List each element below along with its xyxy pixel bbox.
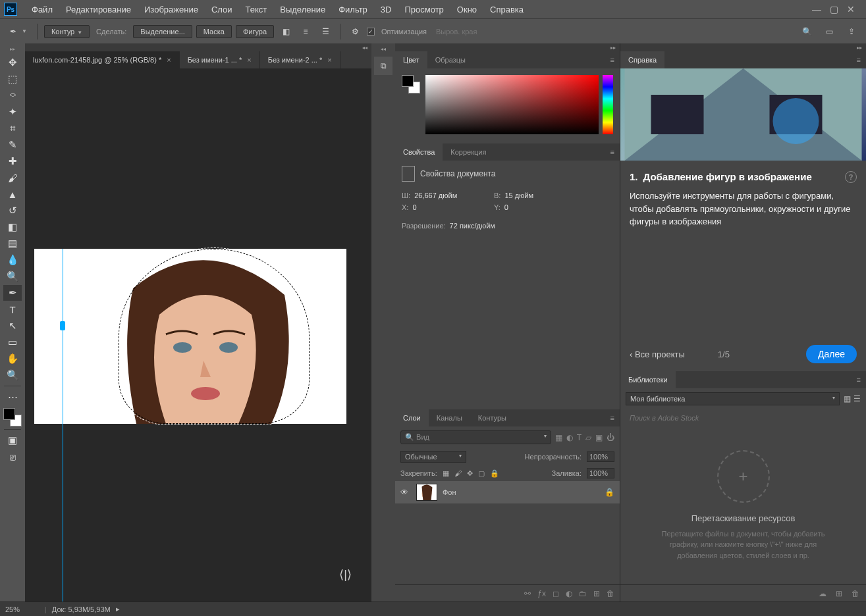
- vertical-guide[interactable]: [63, 249, 63, 602]
- dodge-tool[interactable]: 🔍: [3, 269, 22, 284]
- foreground-color[interactable]: [3, 408, 15, 420]
- blend-mode-dropdown[interactable]: Обычные▾: [400, 451, 466, 463]
- link-layers-icon[interactable]: ⚯: [524, 589, 531, 598]
- lock-artboard-icon[interactable]: ▢: [478, 469, 485, 478]
- layer-filter-dropdown[interactable]: 🔍 Вид▾: [400, 430, 551, 444]
- layer-mask-icon[interactable]: ◻: [553, 589, 559, 598]
- library-dropdown[interactable]: Моя библиотека▾: [626, 392, 840, 405]
- filter-adjust-icon[interactable]: ◐: [566, 433, 573, 442]
- zoom-tool[interactable]: 🔍: [3, 367, 22, 383]
- delete-layer-icon[interactable]: 🗑: [607, 589, 614, 598]
- strip-expand-icon[interactable]: ◂◂: [381, 46, 386, 54]
- lock-all-icon[interactable]: 🔒: [490, 469, 499, 478]
- help-next-button[interactable]: Далее: [806, 345, 857, 363]
- menu-edit[interactable]: Редактирование: [59, 5, 138, 14]
- eyedropper-tool[interactable]: ✎: [3, 137, 22, 153]
- guide-handle[interactable]: [60, 321, 65, 330]
- hue-slider[interactable]: [603, 75, 613, 134]
- path-arrangement-icon[interactable]: ☰: [317, 24, 333, 39]
- panel-menu-icon[interactable]: ≡: [852, 376, 866, 384]
- rectangle-tool[interactable]: ▭: [3, 334, 22, 350]
- move-tool[interactable]: ✥: [3, 55, 22, 70]
- fill-input[interactable]: [587, 468, 614, 478]
- filter-pixel-icon[interactable]: ▦: [555, 433, 562, 442]
- lock-transparency-icon[interactable]: ▦: [443, 469, 449, 478]
- stamp-tool[interactable]: ▲: [3, 186, 22, 202]
- docs-collapse-icon[interactable]: ◂◂: [362, 45, 367, 51]
- adobe-stock-search-input[interactable]: [626, 412, 861, 424]
- optimize-checkbox[interactable]: ✓: [367, 28, 375, 36]
- lasso-tool[interactable]: ⌔: [3, 88, 22, 103]
- gear-icon[interactable]: ⚙: [347, 24, 363, 39]
- path-select-tool[interactable]: ↖: [3, 318, 22, 334]
- document-canvas[interactable]: [34, 249, 346, 424]
- lib-add-icon[interactable]: ⊞: [836, 589, 842, 598]
- tab-color[interactable]: Цвет: [395, 51, 427, 68]
- menu-image[interactable]: Изображение: [138, 5, 205, 14]
- quickmask-tool[interactable]: ▣: [3, 432, 22, 448]
- path-mode-dropdown[interactable]: Контур▼: [44, 25, 90, 38]
- history-panel-icon[interactable]: ⧉: [374, 57, 392, 75]
- filter-shape-icon[interactable]: ▱: [585, 433, 591, 442]
- close-icon[interactable]: ×: [327, 56, 331, 64]
- screenmode-tool[interactable]: ⎚: [3, 449, 22, 465]
- color-field[interactable]: [425, 75, 599, 134]
- filter-smart-icon[interactable]: ▣: [595, 433, 603, 442]
- panel-menu-icon[interactable]: ≡: [852, 56, 866, 64]
- menu-3d[interactable]: 3D: [374, 5, 398, 14]
- path-operations-icon[interactable]: ◧: [278, 24, 294, 39]
- edit-toolbar-icon[interactable]: ⋯: [3, 389, 22, 405]
- healing-tool[interactable]: ✚: [3, 153, 22, 169]
- add-resource-icon[interactable]: +: [717, 450, 770, 503]
- eraser-tool[interactable]: ◧: [3, 219, 22, 235]
- document-tab-2[interactable]: Без имени-1 ... *×: [180, 51, 260, 68]
- lib-delete-icon[interactable]: 🗑: [852, 589, 859, 598]
- menu-window[interactable]: Окно: [450, 5, 483, 14]
- panel-menu-icon[interactable]: ≡: [605, 414, 620, 422]
- tab-properties[interactable]: Свойства: [395, 143, 443, 161]
- workspace-switch-icon[interactable]: ▭: [821, 24, 837, 39]
- layer-fx-icon[interactable]: ƒx: [537, 589, 546, 598]
- lock-icon[interactable]: 🔒: [605, 488, 614, 497]
- new-layer-icon[interactable]: ⊞: [593, 589, 600, 598]
- make-mask-button[interactable]: Маска: [196, 25, 232, 38]
- status-chevron-icon[interactable]: ▸: [116, 605, 120, 613]
- path-alignment-icon[interactable]: ≡: [298, 24, 313, 39]
- tab-channels[interactable]: Каналы: [429, 409, 470, 426]
- color-swatches[interactable]: [3, 408, 22, 426]
- lib-list-view-icon[interactable]: ☰: [853, 394, 861, 403]
- window-minimize-icon[interactable]: —: [811, 3, 823, 15]
- col2-collapse-icon[interactable]: ▸▸: [857, 45, 862, 51]
- tab-libraries[interactable]: Библиотеки: [620, 371, 676, 388]
- tool-preset-dropdown[interactable]: ✒▼: [7, 25, 30, 38]
- marquee-tool[interactable]: ⬚: [3, 71, 22, 87]
- filter-toggle-icon[interactable]: ⏻: [607, 433, 614, 442]
- menu-layers[interactable]: Слои: [205, 5, 239, 14]
- document-tab-3[interactable]: Без имени-2 ... *×: [260, 51, 340, 68]
- window-close-icon[interactable]: ✕: [845, 3, 857, 15]
- col1-collapse-icon[interactable]: ▸▸: [610, 45, 616, 51]
- share-icon[interactable]: ⇪: [844, 24, 859, 39]
- make-selection-button[interactable]: Выделение...: [133, 25, 192, 38]
- menu-view[interactable]: Просмотр: [398, 5, 450, 14]
- layer-thumbnail[interactable]: [416, 484, 437, 501]
- menu-text[interactable]: Текст: [239, 5, 274, 14]
- type-tool[interactable]: T: [3, 301, 22, 317]
- toolbar-collapse-icon[interactable]: ▸▸: [10, 46, 15, 54]
- tab-help[interactable]: Справка: [620, 51, 664, 68]
- opacity-input[interactable]: [587, 451, 614, 462]
- fg-color-swatch[interactable]: [402, 75, 414, 87]
- adjustment-layer-icon[interactable]: ◐: [566, 589, 572, 598]
- tab-swatches[interactable]: Образцы: [427, 51, 474, 68]
- menu-select[interactable]: Выделение: [273, 5, 332, 14]
- canvas-viewport[interactable]: ⟨|⟩: [25, 68, 371, 602]
- panel-menu-icon[interactable]: ≡: [605, 148, 620, 156]
- menu-help[interactable]: Справка: [483, 5, 530, 14]
- lock-image-icon[interactable]: 🖌: [454, 469, 462, 477]
- tab-adjustments[interactable]: Коррекция: [443, 143, 494, 161]
- library-drop-zone[interactable]: + Перетаскивание ресурсов Перетащите фай…: [620, 426, 866, 584]
- pen-tool[interactable]: ✒: [3, 285, 22, 301]
- help-info-icon[interactable]: ?: [845, 171, 857, 183]
- gradient-tool[interactable]: ▤: [3, 236, 22, 251]
- filter-type-icon[interactable]: T: [577, 433, 582, 442]
